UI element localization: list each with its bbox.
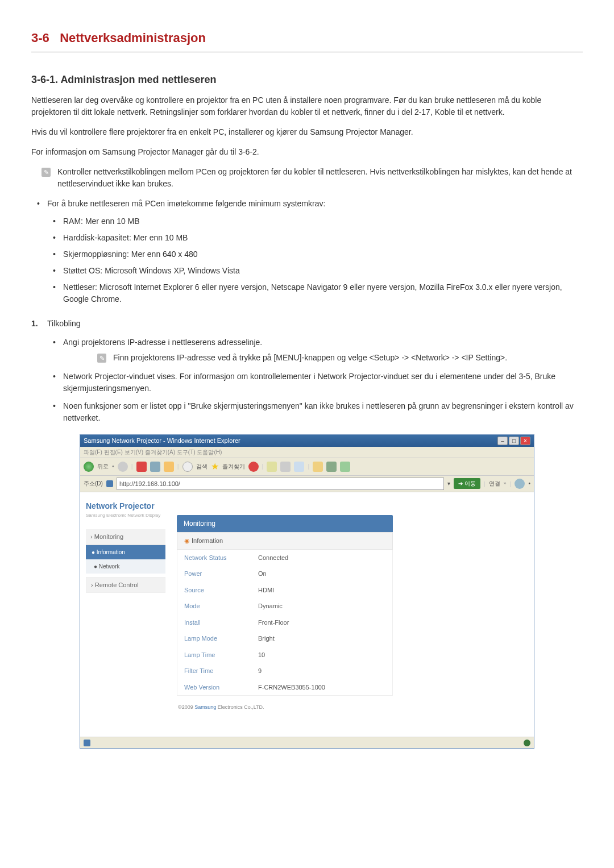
history-icon[interactable] — [248, 462, 259, 472]
table-row: Lamp ModeBright — [177, 630, 392, 647]
samsung-link[interactable]: Samsung — [194, 704, 218, 710]
step-1-c: Noen funksjoner som er listet opp i "Bru… — [47, 400, 583, 424]
links-label[interactable]: 연결 — [489, 479, 500, 488]
ie-status-icon — [84, 740, 90, 746]
search-icon[interactable] — [182, 462, 193, 472]
list-item: RAM: Mer enn 10 MB — [47, 215, 583, 227]
menubar[interactable]: 파일(F) 편집(E) 보기(V) 즐겨찾기(A) 도구(T) 도움말(H) — [80, 447, 534, 458]
app-subtitle: Samsung Electronic Network Display — [86, 512, 165, 519]
info-table: Network StatusConnected PowerOn SourceHD… — [177, 550, 393, 696]
list-item: Harddisk-kapasitet: Mer enn 10 MB — [47, 232, 583, 244]
sidebar-monitoring[interactable]: › Monitoring — [86, 529, 165, 545]
panel-heading: Information — [177, 532, 393, 550]
address-label: 주소(D) — [84, 479, 103, 488]
subheading-1: 3-6-1. Administrasjon med nettleseren — [31, 72, 583, 88]
note-icon: ✎ — [42, 168, 51, 177]
step-1-note: ✎ Finn projektorens IP-adresse ved å try… — [97, 352, 583, 364]
ie-page-icon — [106, 480, 113, 487]
table-row: Network StatusConnected — [177, 550, 392, 566]
home-icon[interactable] — [164, 462, 174, 472]
step-1-label: Tilkobling — [47, 319, 81, 328]
step-1: 1. Tilkobling Angi projektorens IP-adres… — [31, 318, 583, 424]
address-bar-row: 주소(D) http://192.168.10.100/ ▾ ➔ 이동 | 연결… — [80, 476, 534, 493]
table-row: Filter Time9 — [177, 663, 392, 679]
section-heading: 3-6 Nettverksadministrasjon — [31, 28, 583, 47]
step-1-a: Angi projektorens IP-adresse i nettleser… — [47, 337, 583, 364]
requirements-block: For å bruke nettleseren må PCen imøtekom… — [31, 198, 583, 305]
list-item: Nettleser: Microsoft Internet Explorer 6… — [47, 281, 583, 305]
table-row: Web VersionF-CRN2WEB3055-1000 — [177, 679, 392, 696]
table-row: PowerOn — [177, 566, 392, 582]
req-intro: For å bruke nettleseren må PCen imøtekom… — [31, 198, 583, 305]
edit-icon[interactable] — [294, 462, 304, 472]
status-bar — [80, 737, 534, 748]
close-button[interactable]: × — [520, 437, 530, 445]
titlebar: Samsung Network Projector - Windows Inte… — [80, 435, 534, 447]
window-buttons: – □ × — [497, 437, 530, 445]
note-icon: ✎ — [97, 354, 106, 363]
step-1-b: Network Projector-vinduet vises. For inf… — [47, 371, 583, 394]
table-row: Lamp Time10 — [177, 647, 392, 663]
copyright: ©2009 Samsung Electronics Co.,LTD. — [177, 696, 522, 712]
sidebar-network[interactable]: ● Network — [86, 559, 165, 574]
page-content: Network Projector Samsung Electronic Net… — [80, 492, 534, 737]
print-icon[interactable] — [280, 462, 291, 472]
list-item: Skjermoppløsning: Mer enn 640 x 480 — [47, 248, 583, 260]
sidebar: Network Projector Samsung Electronic Net… — [80, 492, 171, 737]
minimize-button[interactable]: – — [497, 437, 508, 445]
para-1: Nettleseren lar deg overvåke og kontroll… — [31, 94, 583, 118]
favorites-icon[interactable]: ★ — [211, 460, 219, 474]
table-row: SourceHDMI — [177, 582, 392, 599]
note-1-text: Kontroller nettverkstilkoblingen mellom … — [57, 166, 583, 190]
req-list: RAM: Mer enn 10 MB Harddisk-kapasitet: M… — [47, 215, 583, 305]
main-panel: Monitoring Information Network StatusCon… — [171, 492, 534, 737]
app-title: Network Projector — [86, 500, 165, 512]
note-1: ✎ Kontroller nettverkstilkoblingen mello… — [42, 166, 583, 190]
search-label: 검색 — [196, 462, 208, 471]
messenger-icon[interactable] — [340, 462, 350, 472]
para-3: For informasjon om Samsung Projector Man… — [31, 146, 583, 158]
table-row: InstallFront-Floor — [177, 614, 392, 631]
sidebar-information[interactable]: ● Information — [86, 545, 165, 559]
tool-icon[interactable] — [326, 462, 337, 472]
table-row: ModeDynamic — [177, 598, 392, 614]
section-num: 3-6 — [31, 31, 49, 45]
address-input[interactable]: http://192.168.10.100/ — [117, 477, 444, 491]
section-title: Nettverksadministrasjon — [60, 31, 206, 45]
stop-icon[interactable] — [136, 462, 147, 472]
refresh-icon[interactable] — [150, 462, 160, 472]
mail-icon[interactable] — [267, 462, 277, 472]
addon-icon[interactable] — [515, 479, 525, 489]
sidebar-remote-control[interactable]: › Remote Control — [86, 577, 165, 593]
internet-zone-icon — [524, 740, 530, 746]
favorites-label: 즐겨찾기 — [222, 462, 245, 471]
list-item: Støttet OS: Microsoft Windows XP, Window… — [47, 265, 583, 277]
go-button[interactable]: ➔ 이동 — [454, 478, 480, 489]
para-2: Hvis du vil kontrollere flere projektore… — [31, 126, 583, 138]
block-icon[interactable] — [313, 462, 323, 472]
divider — [31, 52, 583, 52]
forward-icon[interactable] — [118, 462, 128, 472]
tab-monitoring: Monitoring — [177, 515, 393, 532]
toolbar: 뒤로 • | | 검색 ★ 즐겨찾기 | | — [80, 458, 534, 476]
maximize-button[interactable]: □ — [509, 437, 519, 445]
back-label: 뒤로 — [97, 462, 109, 471]
window-title: Samsung Network Projector - Windows Inte… — [84, 436, 240, 446]
steps: 1. Tilkobling Angi projektorens IP-adres… — [31, 318, 583, 424]
ie-window: Samsung Network Projector - Windows Inte… — [80, 434, 534, 749]
back-icon[interactable] — [84, 462, 94, 472]
